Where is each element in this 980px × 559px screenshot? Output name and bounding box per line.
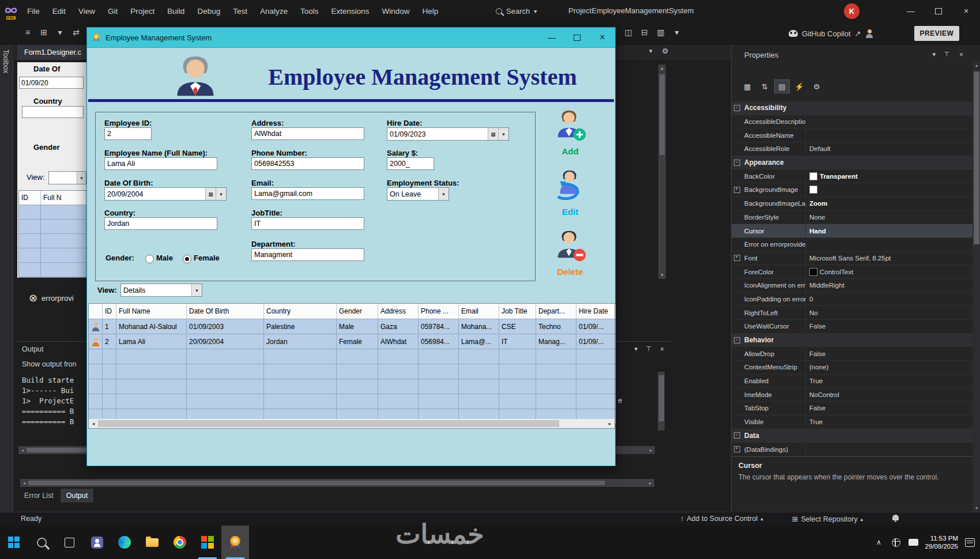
grid-cell[interactable] [459,379,499,394]
property-pages-icon[interactable]: ⚙ [809,80,824,93]
property-value[interactable]: False [806,350,973,357]
vs-close-button[interactable]: × [952,0,980,22]
menu-help[interactable]: Help [416,5,445,18]
grid-col-job-title[interactable]: Job Title [499,304,536,319]
designer-view-combo[interactable]: ▾ [48,171,86,184]
grid-cell[interactable] [576,364,616,379]
grid-cell[interactable] [264,364,337,379]
grid-row[interactable] [89,349,615,364]
add-new-item-icon[interactable]: ⊞ [37,24,51,40]
expand-icon[interactable]: - [732,432,742,439]
grid-cell[interactable] [187,364,264,379]
grid-cell[interactable]: 059784... [419,319,459,334]
notifications-bell-button[interactable] [892,515,899,520]
gender-female-radio[interactable] [183,255,191,263]
grid-cell[interactable] [419,379,459,394]
property-value[interactable]: No [806,309,973,316]
events-icon[interactable]: ⚡ [791,80,807,93]
user-avatar[interactable]: K [844,3,860,19]
taskbar-search-button[interactable] [28,526,55,559]
vs-minimize-button[interactable]: — [897,0,925,22]
pin-icon[interactable]: ⊤ [944,51,949,58]
grid-cell[interactable] [103,394,116,409]
expand-icon[interactable]: - [732,160,742,166]
property-value[interactable]: Microsoft Sans Serif, 8.25pt [806,255,973,262]
grid-cell[interactable]: Male [337,319,378,334]
scroll-up-icon[interactable]: ▴ [975,61,978,69]
property-row-forecolor[interactable]: ForeColorControlText [732,265,973,279]
tab-list-dropdown-icon[interactable]: ▾ [649,47,653,55]
expand-icon[interactable]: - [732,337,742,343]
calendar-icon[interactable]: ▦ [488,128,498,140]
grid-row[interactable] [89,394,615,409]
dob-picker[interactable]: 20/09/2004 ▦ ▾ [104,187,227,201]
property-value[interactable]: Zoom [806,200,973,207]
property-value[interactable]: True [806,418,973,425]
property-value[interactable]: False [806,323,973,330]
grid-cell[interactable]: Female [337,334,378,349]
toolbar-options-dropdown[interactable]: ▾ [670,24,684,40]
grid-cell[interactable]: Gaza [378,319,419,334]
menu-project[interactable]: Project [124,5,161,18]
menu-test[interactable]: Test [227,5,254,18]
grid-cell[interactable] [459,364,499,379]
action-center-icon[interactable] [964,538,975,547]
grid-cell[interactable] [378,394,419,409]
network-icon[interactable] [890,538,902,547]
property-section-appearance[interactable]: -Appearance [732,156,973,170]
add-to-source-control-button[interactable]: ↑ Add to Source Control ▴ [680,515,763,523]
property-row-iconalignment-on-errorprov[interactable]: IconAlignment on errorprovMiddleRight [732,279,973,293]
microsoft-app-button[interactable] [194,526,221,559]
grid-cell[interactable]: Mohanad Al-Saloul [116,319,187,334]
property-value[interactable]: False [806,405,973,411]
property-value[interactable]: NoControl [806,391,973,398]
grid-cell[interactable] [337,349,378,364]
task-view-button[interactable] [55,526,83,559]
phone-input[interactable] [251,157,364,170]
designer-vertical-scrollbar[interactable]: ▲ ▼ [658,65,666,279]
grid-col-id[interactable]: ID [103,304,116,319]
designer-grid-row[interactable] [19,234,87,248]
property-row-databindings[interactable]: +(DataBindings) [732,443,973,456]
grid-cell[interactable] [264,349,337,364]
scroll-thumb[interactable] [659,74,665,155]
grid-cell[interactable] [499,349,536,364]
grid-cell[interactable]: Techno [536,319,576,334]
designer-grid[interactable]: IDFull N [18,190,88,278]
grid-cell[interactable] [103,364,116,379]
property-row-backcolor[interactable]: BackColorTransparent [732,169,973,183]
dropdown-icon[interactable]: ▾ [216,188,226,200]
grid-cell[interactable] [116,349,187,364]
output-close-icon[interactable]: × [660,345,664,353]
navigate-compare-icon[interactable]: ⇄ [69,24,83,40]
grid-cell[interactable] [499,379,536,394]
add-button[interactable]: Add [545,107,595,156]
menu-view[interactable]: View [72,5,101,18]
expand-icon[interactable]: + [732,187,742,193]
expand-icon[interactable]: - [732,105,742,111]
toolbox-tab[interactable]: Toolbox [2,50,10,73]
grid-cell[interactable]: Lama Ali [116,334,187,349]
grid-cell[interactable] [378,364,419,379]
window-layout-icon[interactable]: ▥ [654,24,668,40]
ems-titlebar[interactable]: Employee Management System — × [87,28,615,48]
property-row-accessibledescription[interactable]: AccessibleDescription [732,115,973,129]
job-title-input[interactable] [251,217,364,230]
grid-horizontal-scrollbar[interactable]: ◂ ▸ [89,419,615,428]
grid-cell[interactable]: Palestine [264,319,337,334]
scroll-thumb[interactable] [98,420,559,427]
employment-status-combo[interactable]: On Leave ▾ [387,187,449,201]
property-value[interactable]: MiddleRight [806,282,973,289]
grid-cell[interactable]: Lama@... [459,334,499,349]
menu-edit[interactable]: Edit [46,5,72,18]
grid-cell[interactable]: 20/09/2004 [187,334,264,349]
grid-cell[interactable] [419,364,459,379]
grid-col-gender[interactable]: Gender [337,304,378,319]
property-row-enabled[interactable]: EnabledTrue [732,375,973,388]
tab-form1-designer[interactable]: Form1.Designer.c [17,45,88,60]
share-icon[interactable]: ↗ [855,29,861,38]
search-box[interactable]: Search ▾ [496,4,537,18]
scroll-down-icon[interactable]: ▾ [975,504,978,512]
grid-cell[interactable]: 1 [103,319,116,334]
email-input[interactable] [251,187,364,200]
